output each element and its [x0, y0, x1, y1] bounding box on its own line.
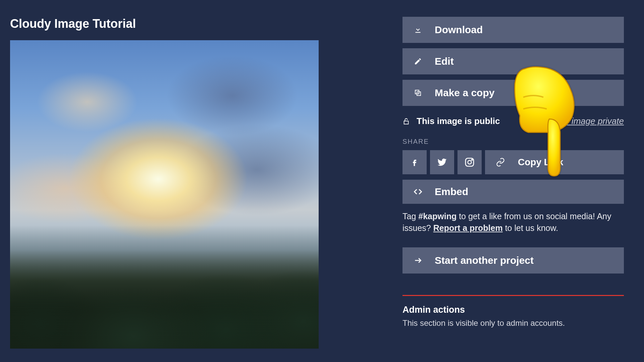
admin-separator — [402, 295, 624, 296]
make-copy-button[interactable]: Make a copy — [402, 80, 624, 106]
embed-label: Embed — [435, 186, 468, 197]
twitter-icon — [437, 157, 447, 168]
start-another-label: Start another project — [435, 255, 534, 266]
image-preview — [10, 40, 319, 349]
copy-icon — [413, 89, 423, 97]
instagram-icon — [464, 157, 475, 168]
svg-point-4 — [468, 161, 472, 164]
privacy-row: This image is public Make image private — [402, 116, 624, 126]
share-heading: SHARE — [402, 138, 624, 145]
share-instagram-button[interactable] — [458, 150, 482, 174]
facebook-icon — [410, 157, 420, 167]
report-problem-link[interactable]: Report a problem — [433, 223, 503, 233]
admin-actions-title: Admin actions — [402, 305, 624, 315]
arrow-right-icon — [413, 256, 423, 265]
share-twitter-button[interactable] — [430, 150, 454, 174]
privacy-status: This image is public — [417, 116, 500, 126]
unlock-icon — [402, 117, 410, 126]
tag-text: Tag #kapwing to get a like from us on so… — [402, 210, 624, 234]
make-copy-label: Make a copy — [435, 87, 494, 99]
pencil-icon — [413, 57, 423, 65]
code-icon — [413, 187, 423, 196]
embed-button[interactable]: Embed — [402, 180, 624, 204]
download-icon — [413, 25, 423, 34]
copy-link-button[interactable]: Copy Link — [485, 150, 624, 174]
download-label: Download — [435, 24, 483, 36]
copy-link-label: Copy Link — [518, 157, 563, 168]
share-facebook-button[interactable] — [402, 150, 427, 174]
link-icon — [496, 158, 505, 167]
admin-actions-subtitle: This section is visible only to admin ac… — [402, 318, 624, 328]
start-another-button[interactable]: Start another project — [402, 247, 624, 274]
page-title: Cloudy Image Tutorial — [10, 17, 319, 31]
edit-label: Edit — [435, 56, 454, 67]
download-button[interactable]: Download — [402, 17, 624, 43]
edit-button[interactable]: Edit — [402, 48, 624, 74]
make-private-link[interactable]: Make image private — [548, 116, 624, 126]
svg-rect-2 — [404, 121, 409, 124]
svg-point-5 — [472, 159, 473, 160]
